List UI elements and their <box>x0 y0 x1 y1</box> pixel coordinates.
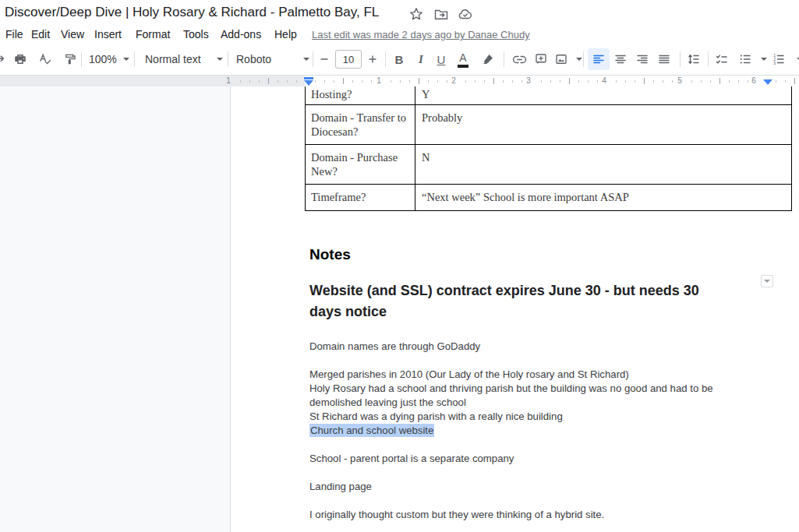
document-outline-pane <box>0 86 231 532</box>
ruler-label: 3 <box>526 76 531 85</box>
italic-label: I <box>419 53 423 66</box>
font-value: Roboto <box>236 53 297 65</box>
spellcheck-icon[interactable] <box>34 48 56 70</box>
doc-line[interactable]: demolished leaving just the school <box>309 396 713 410</box>
menu-edit[interactable]: Edit <box>30 27 51 41</box>
ruler-label: 2 <box>451 76 456 85</box>
toolbar-divider <box>708 51 709 67</box>
align-left-button[interactable] <box>588 48 610 70</box>
menu-help[interactable]: Help <box>273 27 299 41</box>
insert-link-icon[interactable] <box>508 48 530 70</box>
heading-collapse-button[interactable] <box>761 275 773 287</box>
style-value: Normal text <box>145 53 210 65</box>
doc-blank-line[interactable] <box>309 354 713 368</box>
doc-line[interactable]: Landing page <box>309 480 713 494</box>
table-row: Timeframe? “Next week” School is more im… <box>306 185 791 211</box>
doc-blank-line[interactable] <box>309 438 713 452</box>
document-table[interactable]: Hosting? Y Domain - Transfer to Diocesan… <box>305 86 792 211</box>
font-size-increase-button[interactable] <box>362 48 384 70</box>
left-indent-marker[interactable] <box>304 77 313 86</box>
table-row: Hosting? Y <box>306 86 791 105</box>
doc-line[interactable]: Merged parishes in 2010 (Our Lady of the… <box>309 368 713 382</box>
contract-heading[interactable]: Website (and SSL) contract expires June … <box>309 280 699 322</box>
table-cell-label[interactable]: Hosting? <box>306 86 415 104</box>
redo-icon[interactable] <box>0 48 9 70</box>
ruler-label: 1 <box>377 76 381 85</box>
chevron-down-icon <box>303 58 309 61</box>
title-bar: Discover/Deep Dive | Holy Rosary & Richa… <box>0 0 799 25</box>
text-color-button[interactable]: A <box>452 48 474 70</box>
doc-line[interactable]: Holy Rosary had a school and thriving pa… <box>309 382 713 396</box>
zoom-select[interactable]: 100% <box>89 50 129 69</box>
table-cell-value[interactable]: “Next week” School is more important ASA… <box>415 185 791 210</box>
menu-tools[interactable]: Tools <box>182 27 210 41</box>
doc-line[interactable]: I originally thought custom but they wer… <box>309 508 713 522</box>
toolbar-divider <box>134 51 135 67</box>
add-comment-icon[interactable] <box>530 48 552 70</box>
svg-text:3: 3 <box>773 61 776 65</box>
chevron-down-icon[interactable] <box>761 58 767 61</box>
bold-button[interactable]: B <box>388 48 410 70</box>
font-size-decrease-button[interactable] <box>313 48 335 70</box>
table-row: Domain - Purchase New? N <box>306 145 791 185</box>
doc-blank-line[interactable] <box>309 494 713 508</box>
menu-format[interactable]: Format <box>134 27 171 41</box>
chevron-down-icon <box>123 58 129 61</box>
doc-blank-line[interactable] <box>309 466 713 480</box>
text-color-label: A <box>459 51 466 64</box>
table-cell-value[interactable]: N <box>415 145 791 184</box>
print-icon[interactable] <box>9 48 31 70</box>
move-folder-icon[interactable] <box>433 6 449 22</box>
menu-bar: File Edit View Insert Format Tools Add-o… <box>0 25 799 44</box>
menu-insert[interactable]: Insert <box>93 27 123 41</box>
table-cell-label[interactable]: Domain - Transfer to Diocesan? <box>306 105 415 144</box>
menu-file[interactable]: File <box>4 27 25 41</box>
doc-line-selected[interactable]: Church and school website <box>309 424 713 438</box>
toolbar-divider <box>583 51 584 67</box>
font-select[interactable]: Roboto <box>236 50 309 69</box>
checklist-icon[interactable] <box>711 48 733 70</box>
right-indent-marker[interactable] <box>763 79 772 85</box>
table-cell-value[interactable]: Y <box>415 86 791 104</box>
ruler[interactable]: 1 1 2 3 4 5 6 <box>0 76 799 86</box>
chevron-down-icon <box>217 58 223 61</box>
numbered-list-icon[interactable]: 123 <box>768 48 790 70</box>
line-spacing-icon[interactable] <box>683 48 705 70</box>
highlight-color-icon[interactable] <box>477 48 499 70</box>
toolbar-divider <box>81 51 82 67</box>
toolbar: 100% Normal text Roboto 10 B I U A <box>0 44 799 76</box>
font-size-input[interactable]: 10 <box>335 50 362 69</box>
table-cell-label[interactable]: Timeframe? <box>306 185 415 210</box>
paragraph-style-select[interactable]: Normal text <box>145 50 223 69</box>
chevron-down-icon[interactable] <box>576 58 582 61</box>
paint-format-icon[interactable] <box>59 48 81 70</box>
notes-heading[interactable]: Notes <box>309 246 351 263</box>
toolbar-divider <box>228 51 228 67</box>
contract-heading-line1: Website (and SSL) contract expires June … <box>309 280 699 301</box>
doc-line[interactable]: School - parent portal is a separate com… <box>309 452 713 466</box>
cloud-saved-icon[interactable] <box>458 6 473 22</box>
table-row: Domain - Transfer to Diocesan? Probably <box>306 105 791 145</box>
table-cell-value[interactable]: Probably <box>415 105 791 144</box>
doc-line[interactable]: St Richard was a dying parish with a rea… <box>309 410 713 424</box>
menu-add-ons[interactable]: Add-ons <box>219 27 263 41</box>
underline-button[interactable]: U <box>430 48 452 70</box>
align-right-button[interactable] <box>631 48 653 70</box>
document-title[interactable]: Discover/Deep Dive | Holy Rosary & Richa… <box>5 5 379 20</box>
toolbar-divider <box>680 51 681 67</box>
ruler-label: 4 <box>602 76 606 85</box>
bullet-list-icon[interactable] <box>734 48 756 70</box>
table-cell-label[interactable]: Domain - Purchase New? <box>306 145 415 184</box>
document-body-text[interactable]: Domain names are through GoDaddy Merged … <box>309 340 713 522</box>
insert-image-icon[interactable] <box>550 48 572 70</box>
align-justify-button[interactable] <box>653 48 675 70</box>
italic-button[interactable]: I <box>410 48 432 70</box>
contract-heading-line2: days notice <box>309 301 699 322</box>
doc-line[interactable]: Domain names are through GoDaddy <box>309 340 713 354</box>
last-edit-link[interactable]: Last edit was made 2 days ago by Danae C… <box>312 29 530 41</box>
align-center-button[interactable] <box>610 48 631 70</box>
menu-view[interactable]: View <box>59 27 86 41</box>
star-icon[interactable] <box>408 6 424 22</box>
toolbar-divider <box>385 51 386 67</box>
bold-label: B <box>395 53 404 66</box>
